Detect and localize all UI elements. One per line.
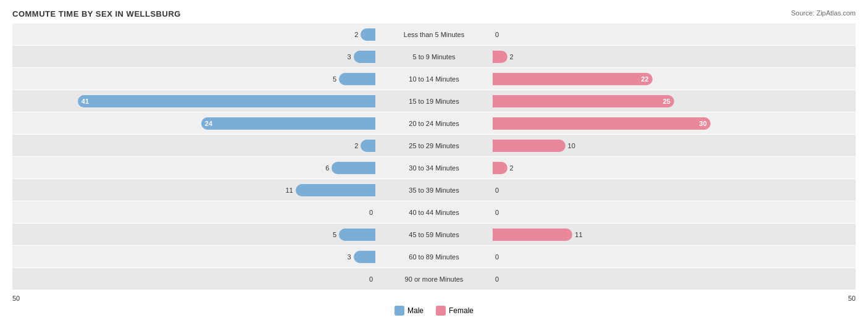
chart-row: 225 to 29 Minutes10 (12, 135, 856, 156)
chart-row: 630 to 34 Minutes2 (12, 157, 856, 178)
female-value-label: 0 (495, 187, 499, 194)
female-legend-box (436, 306, 446, 316)
axis-left-label: 50 (12, 295, 20, 302)
row-label: 25 to 29 Minutes (375, 142, 493, 149)
male-value-label: 0 (369, 275, 373, 283)
chart-container: COMMUTE TIME BY SEX IN WELLSBURG Source:… (0, 0, 868, 323)
legend: Male Female (12, 306, 856, 316)
female-value-label: 0 (495, 253, 499, 261)
chart-row: 360 to 89 Minutes0 (12, 246, 856, 267)
row-label: 40 to 44 Minutes (375, 209, 493, 216)
row-label: 30 to 34 Minutes (375, 164, 493, 172)
row-label: 45 to 59 Minutes (375, 231, 493, 238)
female-value-label: 0 (495, 31, 499, 38)
row-label: 90 or more Minutes (375, 275, 493, 283)
female-value-label: 22 (641, 75, 648, 83)
row-label: Less than 5 Minutes (375, 31, 493, 38)
axis-bottom: 50 50 (12, 292, 856, 304)
female-value-label: 25 (663, 98, 670, 105)
male-value-label: 5 (333, 231, 336, 238)
rows-container: 2Less than 5 Minutes035 to 9 Minutes2510… (12, 23, 856, 290)
chart-row: 545 to 59 Minutes11 (12, 224, 856, 245)
row-label: 5 to 9 Minutes (375, 53, 493, 61)
female-value-label: 0 (495, 209, 499, 216)
female-value-label: 10 (568, 142, 575, 149)
legend-male: Male (394, 306, 424, 316)
male-value-label: 3 (348, 53, 351, 61)
source-text: Source: ZipAtlas.com (791, 9, 856, 17)
male-legend-box (394, 306, 404, 316)
male-legend-label: Male (407, 306, 424, 315)
male-value-label: 2 (354, 31, 358, 38)
female-value-label: 2 (510, 53, 514, 61)
chart-row: 2Less than 5 Minutes0 (12, 23, 856, 45)
male-value-label: 3 (348, 253, 351, 261)
male-value-label: 6 (325, 164, 329, 172)
chart-row: 090 or more Minutes0 (12, 268, 856, 290)
chart-row: 2420 to 24 Minutes30 (12, 112, 856, 134)
row-label: 15 to 19 Minutes (375, 98, 493, 105)
axis-right-label: 50 (848, 295, 856, 302)
male-value-label: 5 (333, 75, 336, 83)
chart-row: 040 to 44 Minutes0 (12, 201, 856, 223)
male-value-label: 2 (354, 142, 358, 149)
chart-row: 1135 to 39 Minutes0 (12, 179, 856, 201)
row-label: 60 to 89 Minutes (375, 253, 493, 261)
row-label: 35 to 39 Minutes (375, 187, 493, 194)
female-value-label: 30 (699, 120, 707, 127)
row-label: 10 to 14 Minutes (375, 75, 493, 83)
male-value-label: 0 (369, 209, 373, 216)
male-value-label: 24 (205, 120, 212, 127)
female-legend-label: Female (449, 306, 474, 315)
chart-inner: 2Less than 5 Minutes035 to 9 Minutes2510… (12, 23, 856, 294)
female-value-label: 0 (495, 275, 499, 283)
chart-row: 35 to 9 Minutes2 (12, 46, 856, 67)
chart-title: COMMUTE TIME BY SEX IN WELLSBURG (12, 9, 856, 19)
male-value-label: 41 (81, 98, 89, 105)
legend-female: Female (436, 306, 474, 316)
chart-row: 4115 to 19 Minutes25 (12, 90, 856, 112)
male-value-label: 11 (285, 187, 293, 194)
row-label: 20 to 24 Minutes (375, 120, 493, 127)
chart-row: 510 to 14 Minutes22 (12, 68, 856, 90)
female-value-label: 11 (575, 231, 582, 238)
female-value-label: 2 (510, 164, 514, 172)
